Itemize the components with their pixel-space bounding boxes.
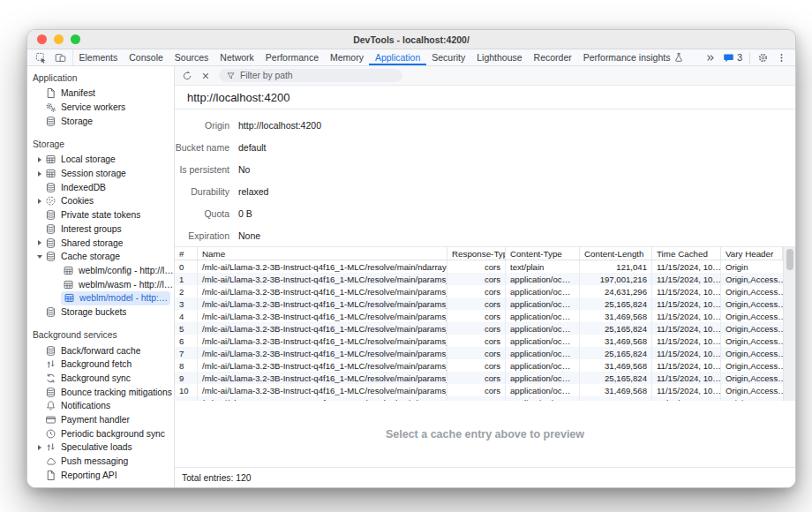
table-scrollbar[interactable] xyxy=(783,247,795,401)
column-header-name[interactable]: Name xyxy=(198,247,447,260)
grid-icon xyxy=(63,279,74,290)
sidebar-item-push-messaging[interactable]: Push messaging xyxy=(27,455,174,469)
column-header-[interactable]: # xyxy=(175,247,198,260)
sidebar-item-weblm-config-http-loc[interactable]: weblm/config - http://loc… xyxy=(27,264,174,278)
issues-counter[interactable]: 3 xyxy=(723,52,742,64)
db-icon xyxy=(45,387,56,398)
devtools-tabbar: ElementsConsoleSourcesNetworkPerformance… xyxy=(27,49,795,66)
table-row[interactable]: 10/mlc-ai/Llama-3.2-3B-Instruct-q4f16_1-… xyxy=(175,384,783,396)
sidebar-item-bounce-tracking-mitigations[interactable]: Bounce tracking mitigations xyxy=(27,385,174,399)
cell-content_length: 25,165,824 xyxy=(580,297,652,310)
sidebar-item-cache-storage[interactable]: Cache storage xyxy=(27,250,174,264)
tab-sources[interactable]: Sources xyxy=(169,49,214,65)
sidebar-item-label: Interest groups xyxy=(61,224,122,234)
db-icon xyxy=(45,209,56,221)
sidebar-item-indexeddb[interactable]: IndexedDB xyxy=(27,180,174,194)
kebab-menu-icon[interactable] xyxy=(776,52,787,64)
sidebar-item-local-storage[interactable]: Local storage xyxy=(27,153,174,167)
table-row[interactable]: 7/mlc-ai/Llama-3.2-3B-Instruct-q4f16_1-M… xyxy=(175,347,783,359)
column-header-content-length[interactable]: Content-Length xyxy=(580,247,652,260)
sidebar-item-session-storage[interactable]: Session storage xyxy=(27,167,174,181)
tab-application[interactable]: Application xyxy=(369,49,425,65)
chevron-down-icon[interactable] xyxy=(34,255,45,259)
cell-name: /mlc-ai/Llama-3.2-3B-Instruct-q4f16_1-ML… xyxy=(198,310,447,322)
filter-input[interactable] xyxy=(240,71,395,80)
table-row[interactable]: 3/mlc-ai/Llama-3.2-3B-Instruct-q4f16_1-M… xyxy=(175,297,783,310)
chevron-right-icon[interactable] xyxy=(34,445,45,450)
sidebar-item-notifications[interactable]: Notifications xyxy=(27,399,174,413)
cell-content_type: text/plain xyxy=(506,260,580,273)
sidebar-item-manifest[interactable]: Manifest xyxy=(27,87,174,101)
table-row[interactable]: 1/mlc-ai/Llama-3.2-3B-Instruct-q4f16_1-M… xyxy=(175,273,783,285)
cell-content_type: application/oc… xyxy=(506,273,580,285)
table-row[interactable]: 0/mlc-ai/Llama-3.2-3B-Instruct-q4f16_1-M… xyxy=(175,260,783,273)
refresh-button[interactable] xyxy=(182,71,192,81)
sidebar-item-payment-handler[interactable]: Payment handler xyxy=(27,413,174,427)
delete-selected-button[interactable] xyxy=(200,71,211,81)
section-storage: StorageLocal storageSession storageIndex… xyxy=(27,137,174,319)
tab-security[interactable]: Security xyxy=(426,49,471,65)
sidebar-item-storage[interactable]: Storage xyxy=(27,114,174,128)
field-row-origin: Originhttp://localhost:4200 xyxy=(175,114,795,136)
table-row[interactable]: 2/mlc-ai/Llama-3.2-3B-Instruct-q4f16_1-M… xyxy=(175,285,783,297)
chevron-right-icon[interactable] xyxy=(34,240,45,245)
tab-console[interactable]: Console xyxy=(124,49,169,65)
cell-num: 8 xyxy=(175,359,198,372)
issues-count: 3 xyxy=(737,52,742,63)
sidebar-item-label: Cache storage xyxy=(61,252,120,261)
cell-content_length: 25,165,824 xyxy=(580,322,652,335)
sidebar-item-private-state-tokens[interactable]: Private state tokens xyxy=(27,208,174,222)
sidebar-item-background-sync[interactable]: Background sync xyxy=(27,372,174,386)
cell-num: 0 xyxy=(175,260,198,273)
sidebar-item-label: Session storage xyxy=(61,169,126,178)
sidebar-item-label: Bounce tracking mitigations xyxy=(61,388,172,397)
sidebar-item-reporting-api[interactable]: Reporting API xyxy=(27,469,174,483)
settings-gear-icon[interactable] xyxy=(757,52,769,64)
cell-num: 9 xyxy=(175,372,198,384)
db-icon xyxy=(45,251,56,262)
table-row[interactable]: 9/mlc-ai/Llama-3.2-3B-Instruct-q4f16_1-M… xyxy=(175,372,783,384)
sidebar-item-back-forward-cache[interactable]: Back/forward cache xyxy=(27,343,174,358)
more-tabs-icon[interactable] xyxy=(704,52,716,64)
cell-content_type: application/oc… xyxy=(506,359,580,372)
field-row-durability: Durabilityrelaxed xyxy=(175,180,795,202)
sidebar-item-speculative-loads[interactable]: Speculative loads xyxy=(27,440,174,455)
chevron-right-icon[interactable] xyxy=(34,199,45,204)
tab-performance-insights[interactable]: Performance insights xyxy=(577,49,690,65)
tab-recorder[interactable]: Recorder xyxy=(528,49,577,65)
grid-icon xyxy=(45,168,56,179)
tab-network[interactable]: Network xyxy=(214,49,260,65)
chevron-right-icon[interactable] xyxy=(34,171,45,177)
sidebar-item-background-fetch[interactable]: Background fetch xyxy=(27,358,174,372)
sidebar-item-interest-groups[interactable]: Interest groups xyxy=(27,222,174,237)
tab-memory[interactable]: Memory xyxy=(324,49,369,65)
filter-field[interactable] xyxy=(219,69,402,82)
sidebar-item-label: Notifications xyxy=(61,401,110,410)
sidebar-item-cookies[interactable]: Cookies xyxy=(27,194,174,208)
sidebar-item-weblm-model-http-loc[interactable]: weblm/model - http://loc… xyxy=(61,291,170,305)
field-row-expiration: ExpirationNone xyxy=(175,224,795,246)
sidebar-item-service-workers[interactable]: Service workers xyxy=(27,101,174,115)
tab-performance[interactable]: Performance xyxy=(259,49,324,65)
field-value: default xyxy=(238,142,267,153)
cell-vary_header: Origin,Access… xyxy=(721,335,783,347)
sidebar-item-storage-buckets[interactable]: Storage buckets xyxy=(27,305,174,320)
column-header-response-type[interactable]: Response-Type xyxy=(447,247,506,260)
column-header-vary-header[interactable]: Vary Header xyxy=(721,247,783,260)
sidebar-item-weblm-wasm-http-loca[interactable]: weblm/wasm - http://loca… xyxy=(27,277,174,291)
table-row[interactable]: 4/mlc-ai/Llama-3.2-3B-Instruct-q4f16_1-M… xyxy=(175,310,783,322)
sidebar-item-shared-storage[interactable]: Shared storage xyxy=(27,236,174,250)
sidebar-item-periodic-background-sync[interactable]: Periodic background sync xyxy=(27,426,174,440)
table-row[interactable]: 5/mlc-ai/Llama-3.2-3B-Instruct-q4f16_1-M… xyxy=(175,322,783,335)
chevron-right-icon[interactable] xyxy=(34,157,45,162)
column-header-content-type[interactable]: Content-Type xyxy=(506,247,580,260)
table-row[interactable]: 8/mlc-ai/Llama-3.2-3B-Instruct-q4f16_1-M… xyxy=(175,359,783,372)
column-header-time-cached[interactable]: Time Cached xyxy=(652,247,721,260)
inspect-element-icon[interactable] xyxy=(35,52,47,64)
grid-rows: 0/mlc-ai/Llama-3.2-3B-Instruct-q4f16_1-M… xyxy=(175,260,783,401)
table-row[interactable]: 6/mlc-ai/Llama-3.2-3B-Instruct-q4f16_1-M… xyxy=(175,335,783,347)
tab-elements[interactable]: Elements xyxy=(73,49,124,65)
scrollbar-thumb[interactable] xyxy=(786,249,793,270)
device-toolbar-icon[interactable] xyxy=(55,52,66,64)
tab-lighthouse[interactable]: Lighthouse xyxy=(471,49,528,65)
